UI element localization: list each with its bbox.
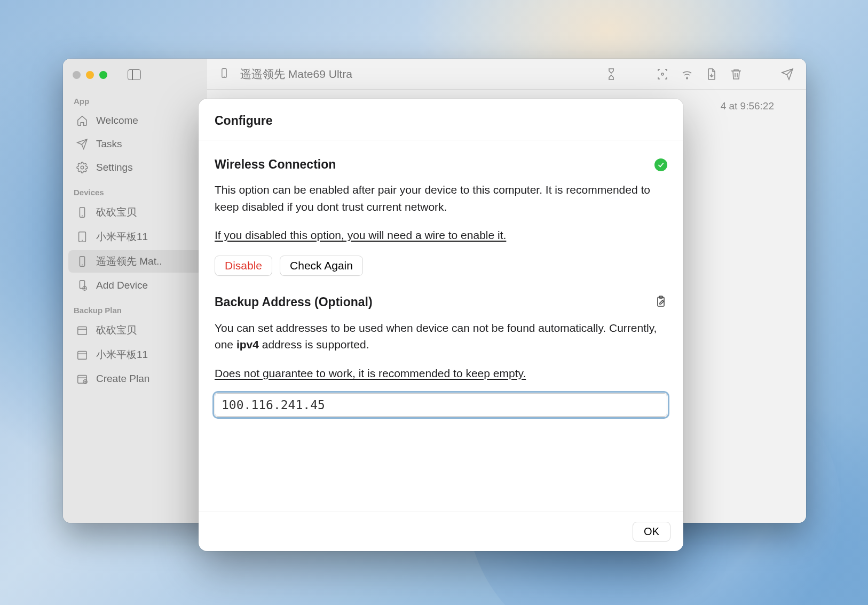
backup-address-warning: Does not guarantee to work, it is recomm… [215,365,667,382]
check-again-button[interactable]: Check Again [280,256,363,276]
disable-button[interactable]: Disable [215,256,272,276]
status-enabled-icon [654,158,667,171]
ok-button[interactable]: OK [633,522,670,542]
clipboard-edit-icon[interactable] [654,295,667,310]
modal-title: Configure [199,99,683,140]
configure-modal: Configure Wireless Connection This optio… [199,99,683,551]
modal-footer: OK [199,512,683,551]
backup-address-description: You can set addresses to be used when de… [215,320,667,353]
wireless-section-title: Wireless Connection [215,157,336,172]
modal-overlay: Configure Wireless Connection This optio… [0,0,868,605]
backup-address-title: Backup Address (Optional) [215,295,373,309]
backup-address-input[interactable] [215,393,667,417]
wireless-warning: If you disabled this option, you will ne… [215,227,667,244]
wireless-description: This option can be enabled after pair yo… [215,181,667,215]
modal-body: Wireless Connection This option can be e… [199,140,683,512]
